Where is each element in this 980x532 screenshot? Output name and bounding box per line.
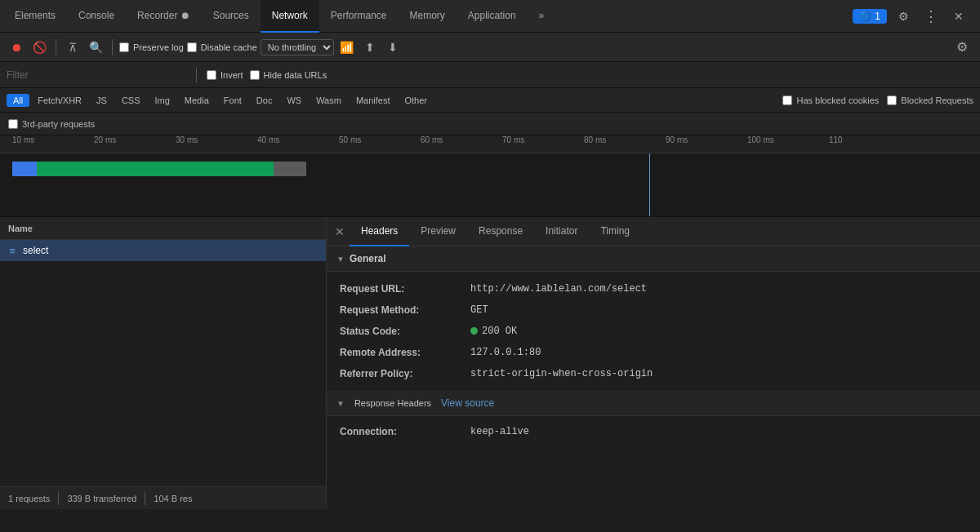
tab-headers[interactable]: Headers — [350, 217, 409, 246]
response-headers-section-header[interactable]: ▼ Response Headers View source — [327, 391, 980, 416]
tick-20ms: 20 ms — [91, 135, 116, 144]
invert-checkbox[interactable] — [207, 70, 216, 80]
status-code-value: 200 OK — [470, 324, 517, 339]
has-blocked-cookies-label[interactable]: Has blocked cookies — [782, 95, 879, 105]
hide-data-urls-checkbox[interactable] — [250, 70, 260, 80]
document-icon: ≡ — [7, 245, 18, 256]
remote-address-key: Remote Address: — [340, 345, 470, 360]
filter-separator — [196, 68, 197, 82]
connection-value: keep-alive — [470, 426, 529, 437]
filter-wasm[interactable]: Wasm — [310, 94, 348, 107]
third-party-checkbox[interactable] — [8, 119, 18, 129]
blocked-requests-checkbox[interactable] — [887, 95, 897, 105]
more-icon[interactable]: ⋮ — [920, 5, 942, 28]
tab-sources[interactable]: Sources — [202, 0, 261, 33]
general-section-body: Request URL: http://www.lablelan.com/sel… — [327, 272, 980, 391]
third-party-label[interactable]: 3rd-party requests — [8, 119, 95, 129]
general-chevron-icon: ▼ — [336, 255, 345, 264]
filter-all[interactable]: All — [7, 94, 29, 107]
close-icon[interactable]: ✕ — [947, 5, 970, 28]
tab-more[interactable]: » — [528, 0, 556, 33]
tick-50ms: 50 ms — [336, 135, 361, 144]
filter-fetch-xhr[interactable]: Fetch/XHR — [31, 94, 88, 107]
filter-ws[interactable]: WS — [280, 94, 308, 107]
disable-cache-checkbox[interactable] — [187, 42, 197, 52]
disable-cache-label[interactable]: Disable cache — [187, 42, 257, 52]
referrer-policy-value: strict-origin-when-cross-origin — [470, 366, 653, 381]
throttle-select[interactable]: No throttling Fast 3G Slow 3G Offline — [261, 39, 334, 55]
network-settings-icon[interactable]: ⚙ — [951, 36, 973, 59]
toolbar: ⏺ 🚫 ⊼ 🔍 Preserve log Disable cache No th… — [0, 33, 980, 62]
filter-other[interactable]: Other — [398, 94, 434, 107]
request-url-key: Request URL: — [340, 282, 470, 296]
tab-memory[interactable]: Memory — [399, 0, 457, 33]
tick-40ms: 40 ms — [255, 135, 279, 144]
settings-icon[interactable]: ⚙ — [892, 5, 915, 28]
tab-recorder[interactable]: Recorder ⏺ — [126, 0, 202, 33]
status-code-row: Status Code: 200 OK — [327, 321, 980, 342]
timeline-chart — [0, 153, 980, 217]
transferred-size: 339 B transferred — [67, 494, 136, 503]
bar-waiting — [274, 162, 306, 176]
close-detail-button[interactable]: ✕ — [330, 222, 350, 242]
request-url-value: http://www.lablelan.com/select — [470, 282, 647, 296]
tick-10ms: 10 ms — [10, 135, 34, 144]
tick-80ms: 80 ms — [581, 135, 606, 144]
tab-performance[interactable]: Performance — [319, 0, 399, 33]
status-green-dot — [470, 327, 478, 335]
tab-elements[interactable]: Elements — [3, 0, 67, 33]
tab-application[interactable]: Application — [457, 0, 528, 33]
notification-icon: 🔵 — [859, 11, 871, 22]
invert-label[interactable]: Invert — [207, 70, 243, 80]
has-blocked-cookies-checkbox[interactable] — [782, 95, 792, 105]
referrer-policy-key: Referrer Policy: — [340, 366, 470, 381]
filter-bar: Invert Hide data URLs — [0, 62, 980, 88]
filter-media[interactable]: Media — [178, 94, 216, 107]
filter-js[interactable]: JS — [90, 94, 114, 107]
bar-queued — [12, 162, 37, 176]
timeline-area: 10 ms 20 ms 30 ms 40 ms 50 ms 60 ms 70 m… — [0, 135, 980, 217]
filter-icon[interactable]: ⊼ — [63, 38, 82, 57]
tick-100ms: 100 ms — [745, 135, 774, 144]
tick-60ms: 60 ms — [418, 135, 443, 144]
tab-initiator[interactable]: Initiator — [534, 217, 589, 246]
main-split: Name ≡ select 1 requests 339 B transferr… — [0, 217, 980, 509]
filter-doc[interactable]: Doc — [250, 94, 279, 107]
tab-console[interactable]: Console — [67, 0, 126, 33]
notification-badge[interactable]: 🔵 1 — [853, 9, 887, 24]
type-filter-bar: All Fetch/XHR JS CSS Img Media Font Doc … — [0, 88, 980, 113]
tab-network[interactable]: Network — [261, 0, 319, 33]
preserve-log-label[interactable]: Preserve log — [119, 42, 184, 52]
preserve-log-checkbox[interactable] — [119, 42, 129, 52]
request-row[interactable]: ≡ select — [0, 240, 326, 261]
filter-css[interactable]: CSS — [115, 94, 147, 107]
timeline-ruler: 10 ms 20 ms 30 ms 40 ms 50 ms 60 ms 70 m… — [0, 135, 980, 153]
tab-bar: Elements Console Recorder ⏺ Sources Netw… — [0, 0, 980, 33]
request-method-row: Request Method: GET — [327, 299, 980, 321]
view-source-button[interactable]: View source — [441, 397, 494, 409]
response-headers-chevron-icon: ▼ — [336, 399, 345, 408]
hide-data-urls-label[interactable]: Hide data URLs — [250, 70, 327, 80]
download-icon[interactable]: ⬇ — [383, 38, 403, 57]
status-separator-2 — [145, 492, 145, 505]
upload-icon[interactable]: ⬆ — [360, 38, 380, 57]
general-section-header[interactable]: ▼ General — [327, 246, 980, 272]
tab-preview[interactable]: Preview — [409, 217, 467, 246]
timeline-vertical-line — [649, 153, 650, 217]
filter-img[interactable]: Img — [149, 94, 176, 107]
clear-button[interactable]: 🚫 — [29, 38, 49, 57]
tick-30ms: 30 ms — [173, 135, 198, 144]
search-icon[interactable]: 🔍 — [86, 38, 105, 57]
tab-timing[interactable]: Timing — [589, 217, 641, 246]
filter-manifest[interactable]: Manifest — [350, 94, 397, 107]
filter-font[interactable]: Font — [217, 94, 248, 107]
response-headers-body: Connection: keep-alive — [327, 416, 980, 447]
tick-70ms: 70 ms — [500, 135, 524, 144]
wifi-icon[interactable]: 📶 — [337, 38, 357, 57]
right-panel: ✕ Headers Preview Response Initiator Tim… — [327, 217, 980, 509]
filter-input[interactable] — [7, 69, 186, 81]
blocked-requests-label[interactable]: Blocked Requests — [887, 95, 973, 105]
request-method-key: Request Method: — [340, 303, 470, 317]
record-button[interactable]: ⏺ — [7, 38, 26, 57]
tab-response[interactable]: Response — [467, 217, 534, 246]
